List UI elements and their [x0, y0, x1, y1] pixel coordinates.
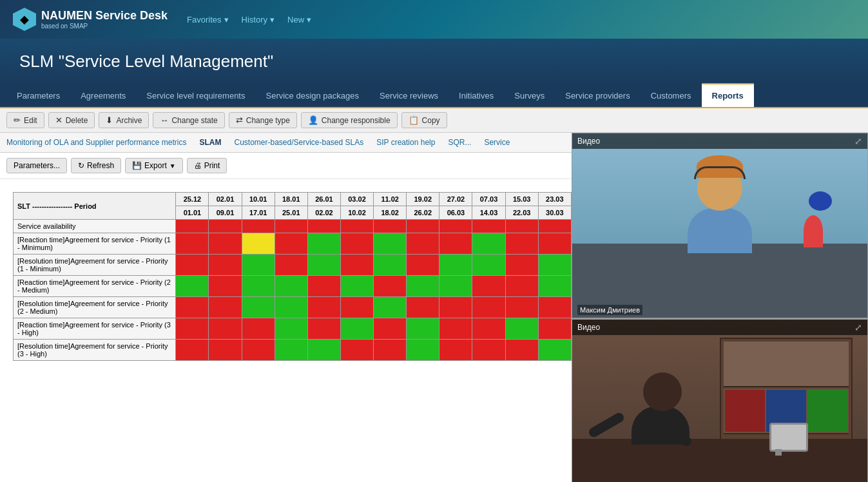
tab-parameters[interactable]: Parameters: [6, 84, 70, 107]
table-cell: [307, 220, 340, 233]
table-cell: [307, 318, 340, 340]
tab-customers[interactable]: Customers: [641, 84, 702, 107]
table-cell: [242, 220, 275, 233]
sub-tab-customer-sla[interactable]: Customer-based/Service-based SLAs: [234, 138, 363, 147]
sub-tab-sqr[interactable]: SQR...: [448, 138, 471, 147]
video-widget-1: Видео ⤢ Максим Дмитриев: [572, 133, 868, 318]
tab-reports[interactable]: Reports: [702, 83, 754, 107]
tab-service-providers[interactable]: Service providers: [555, 84, 640, 107]
change-state-button[interactable]: ↔ Change state: [153, 112, 224, 128]
table-cell: [472, 276, 505, 297]
logo: ◆ NAUMEN Service Desk based on SMAP: [13, 8, 168, 31]
period-top: 15.03: [505, 193, 538, 206]
archive-icon: ⬇: [106, 115, 113, 125]
table-cell: [538, 276, 571, 297]
left-panel: Monitoring of OLA and Supplier performan…: [0, 133, 572, 482]
table-cell: [439, 318, 472, 340]
table-cell: [176, 220, 209, 233]
table-cell: [439, 255, 472, 276]
table-cell: [176, 255, 209, 276]
table-cell: [176, 233, 209, 255]
nav-history[interactable]: History ▾: [242, 15, 275, 24]
right-panel: Видео ⤢ Максим Дмитриев: [572, 133, 868, 482]
period-bot: 01.01: [176, 206, 209, 220]
period-bot: 17.01: [242, 206, 275, 220]
tab-initiatives[interactable]: Initiatives: [448, 84, 504, 107]
logo-icon: ◆: [13, 8, 36, 31]
table-cell: [538, 255, 571, 276]
table-cell: [307, 340, 340, 361]
period-bot: 10.02: [340, 206, 373, 220]
sub-tab-service[interactable]: Service: [484, 138, 510, 147]
change-type-button[interactable]: ⇄ Change type: [229, 112, 297, 128]
period-top: 23.03: [538, 193, 571, 206]
parameters-button[interactable]: Parameters...: [6, 158, 67, 173]
sub-tab-sip[interactable]: SIP creation help: [376, 138, 435, 147]
logo-sub: based on SMAP: [41, 23, 168, 30]
tab-agreements[interactable]: Agreements: [70, 84, 136, 107]
row-label: Service availability: [14, 220, 176, 233]
page-title: SLM "Service Level Management": [19, 52, 849, 72]
table-cell: [374, 276, 407, 297]
table-cell: [538, 318, 571, 340]
table-cell: [340, 233, 373, 255]
table-cell: [538, 233, 571, 255]
video-title-2: Видео: [577, 323, 600, 332]
table-cell: [505, 297, 538, 318]
sub-tabs: Monitoring of OLA and Supplier performan…: [0, 133, 572, 153]
edit-icon: ✏: [14, 115, 21, 125]
table-cell: [275, 318, 307, 340]
table-cell: [176, 276, 209, 297]
expand-icon-1[interactable]: ⤢: [854, 136, 862, 146]
period-top: 26.01: [307, 193, 340, 206]
table-cell: [472, 233, 505, 255]
nav-favorites[interactable]: Favorites ▾: [187, 15, 228, 24]
table-cell: [242, 318, 275, 340]
tab-service-reviews[interactable]: Service reviews: [369, 84, 448, 107]
row-label: [Reaction time]Agreement for service - P…: [14, 233, 176, 255]
tab-slr[interactable]: Service level requirements: [136, 84, 255, 107]
table-cell: [407, 276, 439, 297]
archive-button[interactable]: ⬇ Archive: [99, 112, 149, 128]
refresh-button[interactable]: ↻ Refresh: [71, 158, 121, 173]
table-cell: [307, 233, 340, 255]
expand-icon-2[interactable]: ⤢: [854, 322, 862, 333]
period-top: 02.01: [209, 193, 242, 206]
export-button[interactable]: 💾 Export: [125, 158, 183, 173]
change-responsible-button[interactable]: 👤 Change responsible: [301, 112, 398, 128]
table-cell: [439, 340, 472, 361]
table-cell: [242, 297, 275, 318]
sub-tab-slam[interactable]: SLAM: [199, 138, 221, 147]
table-cell: [374, 233, 407, 255]
tab-sdp[interactable]: Service design packages: [255, 84, 369, 107]
change-type-icon: ⇄: [236, 115, 243, 125]
period-bot: 30.03: [538, 206, 571, 220]
table-cell: [340, 220, 373, 233]
tab-surveys[interactable]: Surveys: [504, 84, 555, 107]
period-top: 03.02: [340, 193, 373, 206]
delete-button[interactable]: ✕ Delete: [48, 112, 95, 128]
row-label: [Resolution time]Agreement for service -…: [14, 255, 176, 276]
edit-button[interactable]: ✏ Edit: [6, 112, 44, 128]
table-cell: [242, 233, 275, 255]
table-cell: [538, 340, 571, 361]
table-cell: [275, 233, 307, 255]
row-label: [Reaction time]Agreement for service - P…: [14, 318, 176, 340]
table-cell: [505, 340, 538, 361]
copy-button[interactable]: 📋 Copy: [401, 112, 447, 128]
table-cell: [307, 297, 340, 318]
change-responsible-icon: 👤: [308, 115, 318, 125]
table-cell: [505, 276, 538, 297]
period-bot: 14.03: [472, 206, 505, 220]
period-top: 18.01: [275, 193, 307, 206]
table-cell: [307, 255, 340, 276]
print-button[interactable]: 🖨 Print: [187, 158, 227, 173]
period-top: 11.02: [374, 193, 407, 206]
nav-new[interactable]: New ▾: [287, 15, 311, 24]
table-cell: [505, 233, 538, 255]
sub-tab-ola[interactable]: Monitoring of OLA and Supplier performan…: [6, 138, 186, 147]
period-bot: 25.01: [275, 206, 307, 220]
table-cell: [340, 255, 373, 276]
table-cell: [505, 255, 538, 276]
table-cell: [472, 340, 505, 361]
